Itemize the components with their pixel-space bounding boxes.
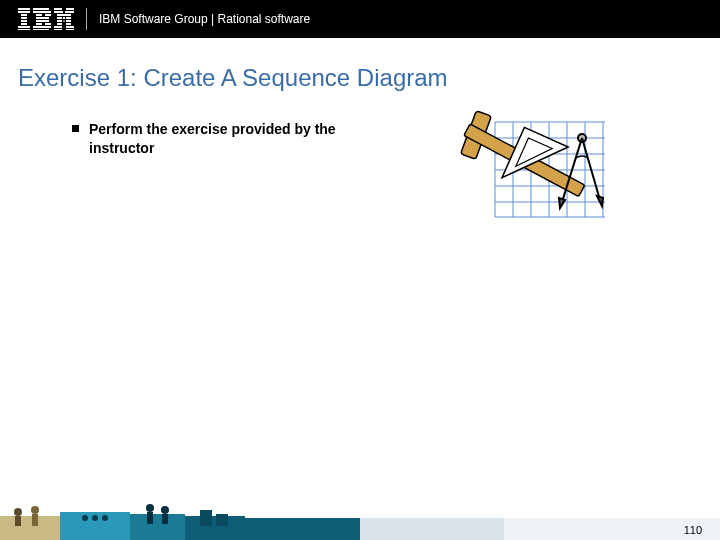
svg-rect-9 xyxy=(33,11,51,13)
svg-rect-35 xyxy=(66,29,74,30)
svg-rect-63 xyxy=(15,516,21,526)
drafting-tools-icon xyxy=(440,110,620,260)
svg-rect-0 xyxy=(18,8,30,10)
svg-rect-21 xyxy=(65,11,74,13)
svg-rect-2 xyxy=(21,14,27,16)
svg-rect-23 xyxy=(64,14,71,16)
svg-rect-58 xyxy=(0,516,60,540)
ibm-logo xyxy=(18,8,74,30)
svg-rect-28 xyxy=(64,20,65,22)
svg-rect-14 xyxy=(36,23,42,25)
svg-rect-26 xyxy=(66,17,71,19)
svg-rect-65 xyxy=(32,514,38,526)
svg-rect-6 xyxy=(18,26,30,28)
svg-rect-22 xyxy=(57,14,64,16)
svg-rect-5 xyxy=(21,23,27,25)
header-bar: IBM Software Group | Rational software xyxy=(0,0,720,38)
svg-rect-61 xyxy=(185,516,245,540)
svg-rect-12 xyxy=(36,17,49,19)
svg-rect-19 xyxy=(66,8,74,10)
svg-rect-8 xyxy=(33,8,49,10)
svg-rect-25 xyxy=(63,17,65,19)
svg-rect-16 xyxy=(33,26,51,28)
svg-point-68 xyxy=(102,515,108,521)
svg-rect-18 xyxy=(54,8,62,10)
svg-rect-74 xyxy=(216,514,228,526)
svg-point-62 xyxy=(14,508,22,516)
svg-rect-73 xyxy=(200,510,212,526)
svg-rect-31 xyxy=(66,23,71,25)
svg-rect-4 xyxy=(21,20,27,22)
slide-title: Exercise 1: Create A Sequence Diagram xyxy=(0,38,720,92)
svg-point-66 xyxy=(82,515,88,521)
svg-rect-33 xyxy=(66,26,74,28)
svg-rect-32 xyxy=(54,26,62,28)
svg-point-67 xyxy=(92,515,98,521)
svg-rect-24 xyxy=(57,17,62,19)
footer: 110 xyxy=(0,492,720,540)
svg-rect-30 xyxy=(57,23,62,25)
svg-rect-11 xyxy=(45,14,51,16)
svg-rect-20 xyxy=(54,11,63,13)
header-divider xyxy=(86,8,87,30)
page-number: 110 xyxy=(684,524,702,536)
svg-point-69 xyxy=(146,504,154,512)
svg-rect-7 xyxy=(18,29,30,30)
svg-rect-72 xyxy=(162,514,168,524)
svg-point-71 xyxy=(161,506,169,514)
svg-rect-1 xyxy=(18,11,30,13)
svg-rect-13 xyxy=(36,20,49,22)
svg-rect-10 xyxy=(36,14,42,16)
bullet-text: Perform the exercise provided by the ins… xyxy=(89,120,362,158)
footer-illustration xyxy=(0,498,310,540)
bullet-item: Perform the exercise provided by the ins… xyxy=(72,120,362,158)
svg-rect-3 xyxy=(21,17,27,19)
svg-rect-27 xyxy=(57,20,62,22)
header-text: IBM Software Group | Rational software xyxy=(99,12,310,26)
svg-rect-60 xyxy=(130,514,185,540)
svg-rect-29 xyxy=(66,20,71,22)
svg-point-64 xyxy=(31,506,39,514)
svg-rect-15 xyxy=(45,23,51,25)
svg-rect-34 xyxy=(54,29,62,30)
svg-rect-17 xyxy=(33,29,49,30)
svg-rect-70 xyxy=(147,512,153,524)
bullet-square-icon xyxy=(72,125,79,132)
